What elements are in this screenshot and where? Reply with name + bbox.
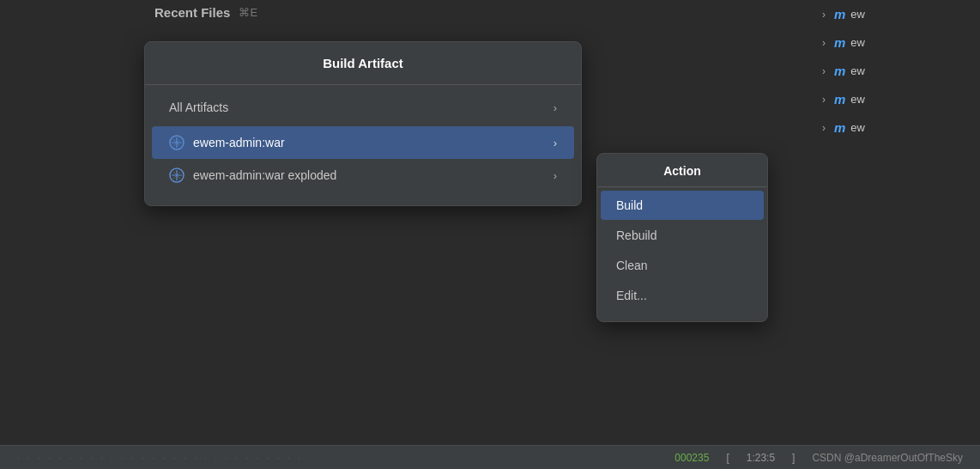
sidebar-m-2: m	[834, 35, 845, 50]
sidebar-text-1: ew	[850, 8, 865, 21]
status-coords-val: 1:23:5	[747, 452, 775, 464]
action-label-build: Build	[616, 198, 643, 212]
artifact-label-war: ewem-admin:war	[193, 136, 285, 149]
sidebar-m-4: m	[834, 92, 845, 107]
artifact-chevron-war: ›	[554, 137, 557, 149]
sidebar-item-5[interactable]: › m ew	[808, 113, 980, 142]
sidebar-text-4: ew	[850, 93, 865, 106]
status-bar: · · · · · · · · · · · · · · · · · · · · …	[0, 445, 980, 469]
artifact-chevron-war-exploded: ›	[554, 169, 557, 182]
artifact-row-war[interactable]: ewem-admin:war ›	[152, 126, 574, 159]
recent-files-shortcut: ⌘E	[239, 6, 257, 19]
action-item-build[interactable]: Build	[601, 191, 764, 220]
chevron-icon-1: ›	[822, 9, 826, 21]
build-artifact-panel: Build Artifact All Artifacts › ewem-admi…	[144, 41, 582, 206]
chevron-icon-2: ›	[822, 37, 826, 49]
sidebar-text-5: ew	[850, 121, 865, 134]
status-dots: · · · · · · · · · · · · · · · · · · · · …	[17, 453, 675, 463]
artifact-icon-war-exploded	[169, 168, 185, 183]
action-item-rebuild[interactable]: Rebuild	[601, 221, 764, 250]
sidebar-text-2: ew	[850, 36, 865, 49]
sidebar-m-1: m	[834, 7, 845, 21]
action-title: Action	[597, 164, 767, 178]
status-coords: [	[726, 452, 729, 464]
sidebar-item-2[interactable]: › m ew	[808, 28, 980, 57]
chevron-icon-5: ›	[822, 122, 826, 134]
sidebar-item-3[interactable]: › m ew	[808, 57, 980, 85]
artifact-row-left-war: ewem-admin:war	[169, 135, 285, 150]
chevron-icon-3: ›	[822, 65, 826, 77]
artifact-row-left-war-exploded: ewem-admin:war exploded	[169, 168, 336, 183]
status-numbers: 000235	[675, 452, 709, 464]
sidebar-m-3: m	[834, 64, 845, 78]
sidebar-text-3: ew	[850, 64, 865, 77]
action-panel: Action Build Rebuild Clean Edit...	[596, 153, 768, 322]
status-coords-close: ]	[792, 452, 795, 464]
action-label-edit: Edit...	[616, 289, 647, 302]
all-artifacts-chevron: ›	[554, 101, 557, 114]
artifact-label-war-exploded: ewem-admin:war exploded	[193, 168, 336, 182]
status-watermark: CSDN @aDreamerOutOfTheSky	[812, 452, 963, 464]
sidebar-item-1[interactable]: › m ew	[808, 0, 980, 28]
action-label-clean: Clean	[616, 259, 648, 272]
all-artifacts-label: All Artifacts	[169, 100, 228, 114]
all-artifacts-row[interactable]: All Artifacts ›	[152, 92, 574, 123]
artifact-row-war-exploded[interactable]: ewem-admin:war exploded ›	[152, 159, 574, 192]
action-item-edit[interactable]: Edit...	[601, 281, 764, 310]
recent-files-label: Recent Files	[154, 5, 230, 20]
panel-divider	[145, 84, 581, 85]
sidebar-m-5: m	[834, 120, 845, 135]
action-divider	[597, 186, 767, 187]
action-item-clean[interactable]: Clean	[601, 251, 764, 280]
artifact-icon-war	[169, 135, 185, 150]
right-sidebar: › m ew › m ew › m ew › m ew › m ew	[808, 0, 980, 142]
chevron-icon-4: ›	[822, 94, 826, 106]
sidebar-item-4[interactable]: › m ew	[808, 85, 980, 113]
action-label-rebuild: Rebuild	[616, 228, 656, 242]
panel-title: Build Artifact	[145, 56, 581, 70]
